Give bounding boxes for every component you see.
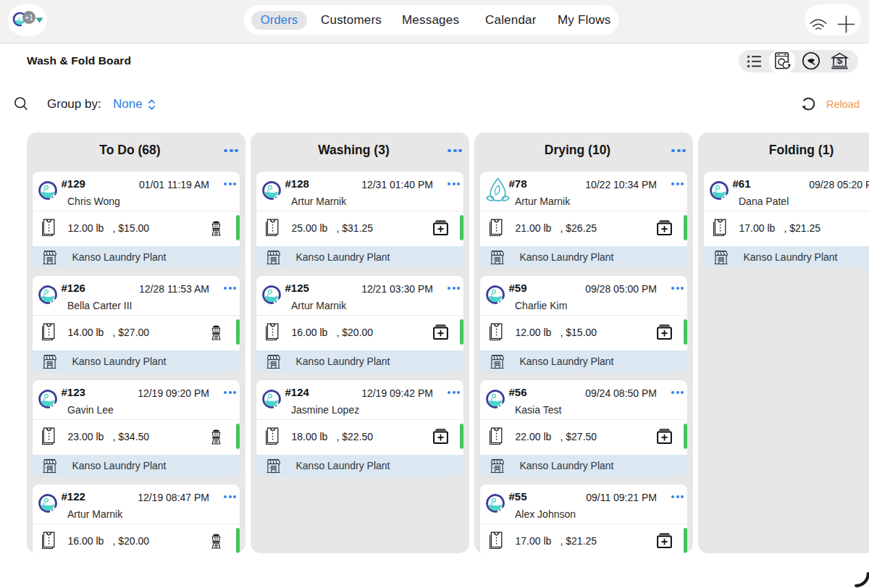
svg-text:$: $ — [837, 56, 842, 66]
svg-text:g: g — [17, 15, 20, 22]
